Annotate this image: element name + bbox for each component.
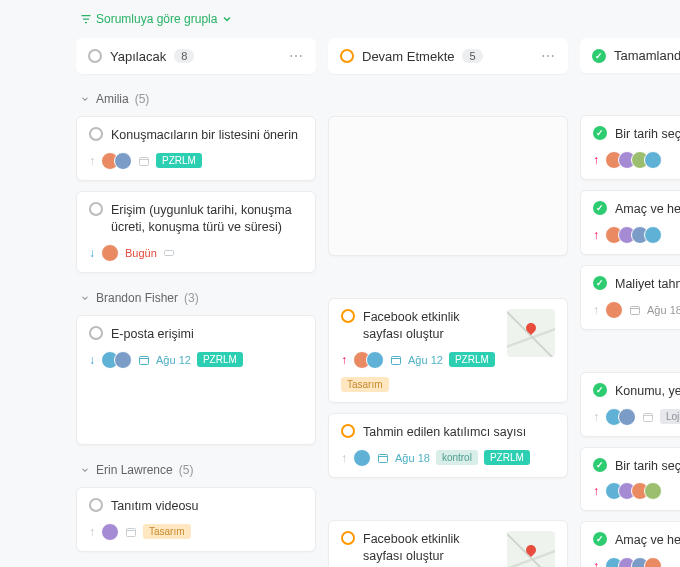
priority-icon: ↑ <box>341 452 347 464</box>
assignees <box>353 449 371 467</box>
task-card[interactable]: Facebook etkinlik sayfası oluştur ↑ Ağu … <box>328 520 568 567</box>
status-done-icon[interactable] <box>593 276 607 290</box>
card-title: Tahmin edilen katılımcı sayısı <box>363 424 526 441</box>
column-done: Tamamlandı 4 . Bir tarih seçin ↑ Amaç ve… <box>580 38 680 567</box>
svg-rect-3 <box>127 528 136 536</box>
status-todo-icon[interactable] <box>89 326 103 340</box>
task-card[interactable]: Konuşmacıların bir listesini önerin ↑ PZ… <box>76 116 316 181</box>
calendar-icon <box>138 354 150 366</box>
avatar <box>114 152 132 170</box>
column-header-progress[interactable]: Devam Etmekte 5 ⋯ <box>328 38 568 74</box>
column-header-done[interactable]: Tamamlandı 4 <box>580 38 680 73</box>
card-title: Amaç ve hedefler b <box>615 201 680 218</box>
task-card[interactable]: Tanıtım videosu ↑ Tasarım <box>76 487 316 552</box>
task-card[interactable]: Tahmin edilen katılımcı sayısı ↑ Ağu 18 … <box>328 413 568 478</box>
svg-rect-7 <box>631 306 640 314</box>
task-card[interactable]: Amaç ve hedefler b ↑ <box>580 190 680 255</box>
avatar <box>101 523 119 541</box>
priority-high-icon: ↑ <box>341 354 347 366</box>
calendar-icon <box>138 155 150 167</box>
task-card[interactable]: Facebook etkinlik sayfası oluştur ↑ Ağu … <box>328 298 568 403</box>
avatar <box>114 351 132 369</box>
due-date: Ağu 12 <box>408 354 443 366</box>
task-card[interactable]: Konumu, yeri ve sa ↑ Lojist <box>580 372 680 437</box>
tag-lojistik: Lojist <box>660 409 680 424</box>
tag-pzrlm: PZRLM <box>197 352 243 367</box>
card-title: Amaç ve hedefler b <box>615 532 680 549</box>
tag-pzrlm: PZRLM <box>484 450 530 465</box>
assignees <box>605 557 662 567</box>
calendar-icon <box>642 411 654 423</box>
column-progress: Devam Etmekte 5 ⋯ . . Facebook etkinlik … <box>328 38 568 567</box>
group-count: (5) <box>135 92 150 106</box>
calendar-icon <box>125 526 137 538</box>
status-todo-icon[interactable] <box>89 127 103 141</box>
chevron-down-icon <box>221 13 233 25</box>
empty-drop-zone[interactable] <box>328 116 568 256</box>
assignees <box>101 244 119 262</box>
status-progress-icon <box>340 49 354 63</box>
group-count: (3) <box>184 291 199 305</box>
column-todo: Yapılacak 8 ⋯ Amilia (5) Konuşmacıların … <box>76 38 316 552</box>
column-menu-icon[interactable]: ⋯ <box>541 48 556 64</box>
priority-icon: ↑ <box>593 304 599 316</box>
card-title: E-posta erişimi <box>111 326 194 343</box>
assignees <box>101 523 119 541</box>
status-progress-icon[interactable] <box>341 531 355 545</box>
column-count: 5 <box>462 49 482 63</box>
chevron-down-icon <box>80 94 90 104</box>
task-card[interactable]: Maliyet tahminleri v ↑ Ağu 18 <box>580 265 680 330</box>
assignees <box>101 152 132 170</box>
filter-icon <box>80 13 92 25</box>
priority-icon: ↑ <box>89 526 95 538</box>
status-done-icon[interactable] <box>593 383 607 397</box>
group-header-erin[interactable]: Erin Lawrence (5) <box>76 463 316 477</box>
map-thumbnail <box>507 309 555 357</box>
due-date: Ağu 12 <box>156 354 191 366</box>
card-title: Maliyet tahminleri v <box>615 276 680 293</box>
priority-high-icon: ↑ <box>593 485 599 497</box>
column-menu-icon[interactable]: ⋯ <box>289 48 304 64</box>
priority-high-icon: ↑ <box>593 229 599 241</box>
status-done-icon[interactable] <box>593 201 607 215</box>
task-card[interactable]: Bir tarih seçin ↑ <box>580 115 680 180</box>
assignees <box>605 482 662 500</box>
status-todo-icon[interactable] <box>89 202 103 216</box>
svg-rect-2 <box>140 356 149 364</box>
calendar-icon <box>390 354 402 366</box>
task-card[interactable]: Bir tarih seçin ↑ <box>580 447 680 512</box>
task-card[interactable]: E-posta erişimi ↓ Ağu 12 PZRLM <box>76 315 316 445</box>
svg-rect-4 <box>392 356 401 364</box>
svg-rect-8 <box>644 413 653 421</box>
status-done-icon <box>592 49 606 63</box>
status-done-icon[interactable] <box>593 532 607 546</box>
due-date: Ağu 18 <box>395 452 430 464</box>
task-card[interactable]: Erişim (uygunluk tarihi, konuşma ücreti,… <box>76 191 316 273</box>
group-header-amilia[interactable]: Amilia (5) <box>76 92 316 106</box>
chevron-down-icon <box>80 465 90 475</box>
filter-label: Sorumluya göre grupla <box>96 12 217 26</box>
status-done-icon[interactable] <box>593 458 607 472</box>
task-card[interactable]: Amaç ve hedefler b ↑ <box>580 521 680 567</box>
status-progress-icon[interactable] <box>341 424 355 438</box>
status-progress-icon[interactable] <box>341 309 355 323</box>
group-header-brandon[interactable]: Brandon Fisher (3) <box>76 291 316 305</box>
group-by-filter[interactable]: Sorumluya göre grupla <box>76 12 680 26</box>
group-count: (5) <box>179 463 194 477</box>
group-name: Erin Lawrence <box>96 463 173 477</box>
status-done-icon[interactable] <box>593 126 607 140</box>
status-todo-icon[interactable] <box>89 498 103 512</box>
priority-high-icon: ↑ <box>593 560 599 567</box>
priority-low-icon: ↓ <box>89 247 95 259</box>
due-date: Bugün <box>125 247 157 259</box>
card-title: Konuşmacıların bir listesini önerin <box>111 127 298 144</box>
assignees <box>353 351 384 369</box>
svg-rect-0 <box>140 157 149 165</box>
column-header-todo[interactable]: Yapılacak 8 ⋯ <box>76 38 316 74</box>
card-title: Erişim (uygunluk tarihi, konuşma ücreti,… <box>111 202 303 236</box>
card-title: Facebook etkinlik sayfası oluştur <box>363 531 499 565</box>
card-title: Konumu, yeri ve sa <box>615 383 680 400</box>
priority-icon: ↑ <box>593 411 599 423</box>
assignees <box>605 226 662 244</box>
avatar <box>366 351 384 369</box>
